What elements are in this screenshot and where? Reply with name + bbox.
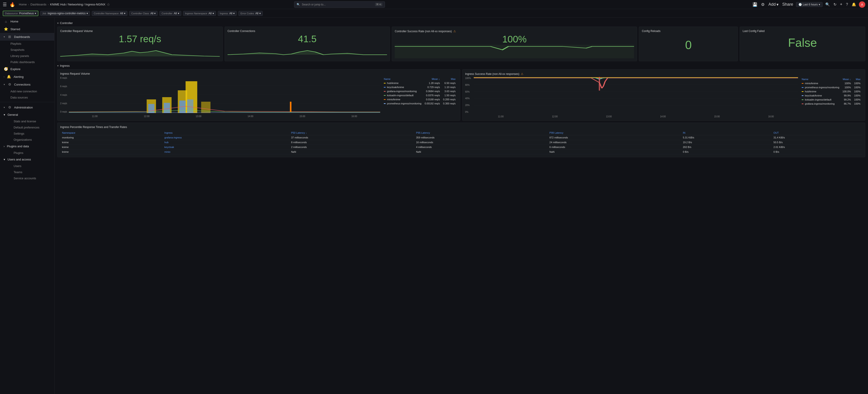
datasource-label: Datasource	[5, 12, 18, 15]
connections-icon: ⚙	[7, 83, 12, 87]
dashboard-settings-icon[interactable]: ⚙	[760, 1, 766, 8]
ingress-filter[interactable]: Ingress All ▾	[218, 11, 237, 16]
sidebar-item-dashboards[interactable]: ▾ ⊞ Dashboards	[0, 33, 54, 41]
zoom-out-icon[interactable]: 🔍	[825, 1, 831, 7]
sidebar-sub-library-panels[interactable]: Library panels	[0, 53, 54, 59]
sidebar-sub-add-new-connection[interactable]: Add new connection	[0, 88, 54, 94]
add-button[interactable]: Add ▾	[767, 1, 779, 8]
panel-title-connections: Controller Connections	[227, 30, 387, 33]
sidebar-item-alerting[interactable]: › 🔔 Alerting	[0, 73, 54, 80]
sidebar-sub-plugins[interactable]: Plugins	[0, 150, 54, 156]
hamburger-menu[interactable]: ☰	[3, 2, 7, 7]
job-filter[interactable]: Job ingress-nginx-controller-metrics ▾	[40, 11, 90, 16]
cell-ingress: grafana-ingress	[163, 135, 289, 140]
breadcrumb-home[interactable]: Home	[19, 3, 27, 6]
sidebar-item-connections[interactable]: ▾ ⚙ Connections	[0, 80, 54, 88]
col-out[interactable]: OUT	[772, 131, 862, 135]
sidebar-sub-stats[interactable]: Stats and license	[0, 118, 54, 124]
sidebar-sub-default-prefs[interactable]: Default preferences	[0, 124, 54, 131]
col-p50[interactable]: P50 Latency ↓	[289, 131, 414, 135]
users-and-access-label: Users and access	[7, 158, 31, 161]
sidebar-sub-settings[interactable]: Settings	[0, 131, 54, 137]
svg-rect-14	[187, 99, 193, 113]
sidebar-admin-label: Administration	[14, 106, 51, 109]
sidebar-general-expand[interactable]: ▾ General	[0, 111, 54, 118]
error-codes-chevron-icon: ▾	[259, 12, 261, 15]
legend-mean-cell: 1.28 req/s	[423, 81, 441, 85]
ingress-link[interactable]: grafana-ingress	[164, 136, 182, 139]
ingress-namespace-filter[interactable]: Ingress Namespace All ▾	[183, 11, 216, 16]
controller-filter[interactable]: Controller All ▾	[159, 11, 181, 16]
col-ingress[interactable]: Ingress	[163, 131, 289, 135]
controller-namespace-value: All	[120, 12, 123, 15]
config-reloads-value: 0	[685, 38, 692, 52]
refresh-icon[interactable]: ↻	[833, 1, 837, 7]
sidebar-sub-snapshots[interactable]: Snapshots	[0, 47, 54, 53]
col-namespace[interactable]: Namespace	[60, 131, 163, 135]
success-chart-canvas	[474, 77, 798, 113]
datasource-filter[interactable]: Datasource Prometheus ▾	[3, 11, 38, 16]
cell-p50: 8 milliseconds	[289, 140, 414, 145]
controller-section-header[interactable]: ▾ Controller	[57, 21, 865, 27]
success-legend-max-cell: 100%	[853, 102, 862, 105]
ingress-link[interactable]: keycloak	[164, 146, 174, 149]
notifications-icon[interactable]: 🔔	[851, 1, 857, 7]
sidebar-item-starred[interactable]: ⭐ Starred	[0, 25, 54, 33]
explore-icon: 🧭	[4, 67, 8, 71]
success-legend-row: keycloak/knime 99.9% 100%	[800, 94, 862, 97]
controller-class-filter[interactable]: Controller Class All ▾	[129, 11, 158, 16]
sidebar-sub-playlists[interactable]: Playlists	[0, 41, 54, 47]
sidebar-sub-service-accounts[interactable]: Service accounts	[0, 175, 54, 181]
legend-mean-cell: 0.0684 req/s	[423, 90, 441, 93]
cell-p99: 24 milliseconds	[548, 140, 681, 145]
save-dashboard-icon[interactable]: 💾	[751, 1, 758, 8]
ingress-section-header[interactable]: ▾ Ingress	[57, 63, 865, 69]
col-p99[interactable]: P99 Latency	[548, 131, 681, 135]
plus-icon[interactable]: +	[839, 1, 843, 8]
star-icon[interactable]: ☆	[107, 2, 110, 7]
search-bar[interactable]: 🔍 Search or jump to... ⌘+k	[294, 1, 385, 8]
ingress-link[interactable]: minio	[164, 151, 170, 153]
sidebar-item-home[interactable]: ⌂ Home	[0, 18, 54, 25]
controller-chevron-icon: ▾	[178, 12, 179, 15]
sidebar-sub-organizations[interactable]: Organizations	[0, 137, 54, 143]
col-in[interactable]: IN	[681, 131, 772, 135]
col-p95[interactable]: P95 Latency	[414, 131, 548, 135]
share-button[interactable]: Share	[781, 1, 794, 8]
breadcrumb-dashboards[interactable]: Dashboards	[30, 3, 46, 6]
legend-name-header: Name	[382, 77, 423, 81]
sidebar-users-expand[interactable]: ▾ Users and access	[0, 156, 54, 163]
sidebar-dashboards-label: Dashboards	[14, 35, 51, 39]
dashboards-chevron-icon: ▾	[4, 35, 5, 38]
ingress-charts-row: Ingress Request Volume 8 req/s 6 req/s 4…	[57, 69, 865, 121]
sidebar-item-administration[interactable]: ▾ ⚙ Administration	[0, 103, 54, 111]
starred-icon: ⭐	[4, 27, 8, 31]
success-legend-max-cell: 100%	[853, 90, 862, 93]
sidebar-alerting-label: Alerting	[13, 75, 51, 78]
sidebar-plugins-expand[interactable]: › Plugins and data	[0, 143, 54, 150]
controller-namespace-chevron-icon: ▾	[124, 12, 125, 15]
success-legend-max-cell: 100%	[853, 98, 862, 101]
time-range-picker[interactable]: 🕐 Last 6 hours ▾	[796, 2, 823, 7]
legend-row: keycloak/knime 0.729 req/s 1.10 req/s	[382, 85, 457, 89]
success-legend-row: kotsadm-ingress/default 99.2% 100%	[800, 98, 862, 101]
success-legend-name-cell: kotsadm-ingress/default	[800, 98, 841, 101]
panel-title-percentile: Ingress Percentile Response Times and Tr…	[60, 126, 862, 129]
error-codes-filter[interactable]: Error Codes All ▾	[239, 11, 263, 16]
sidebar-sub-users[interactable]: Users	[0, 163, 54, 169]
time-chevron-icon: ▾	[819, 3, 820, 6]
user-avatar[interactable]: A	[859, 1, 865, 8]
sidebar-sub-data-sources[interactable]: Data sources	[0, 94, 54, 101]
sidebar-sub-public-dashboards[interactable]: Public dashboards	[0, 59, 54, 65]
sidebar-connections-label: Connections	[14, 83, 51, 86]
legend-table: Name Mean ↓ Max hub/knime 1.28 req/s 6.5…	[382, 77, 457, 106]
help-icon[interactable]: ?	[845, 2, 849, 7]
sidebar-item-explore[interactable]: 🧭 Explore	[0, 65, 54, 73]
svg-rect-0	[395, 45, 634, 58]
controller-namespace-filter[interactable]: Controller Namespace All ▾	[92, 11, 127, 16]
sidebar-sub-teams[interactable]: Teams	[0, 169, 54, 175]
cell-p95: NaN	[414, 150, 548, 154]
job-value: ingress-nginx-controller-metrics	[48, 12, 86, 15]
ingress-link[interactable]: hub	[164, 141, 168, 144]
legend-max-cell: 0.300 req/s	[442, 102, 457, 105]
